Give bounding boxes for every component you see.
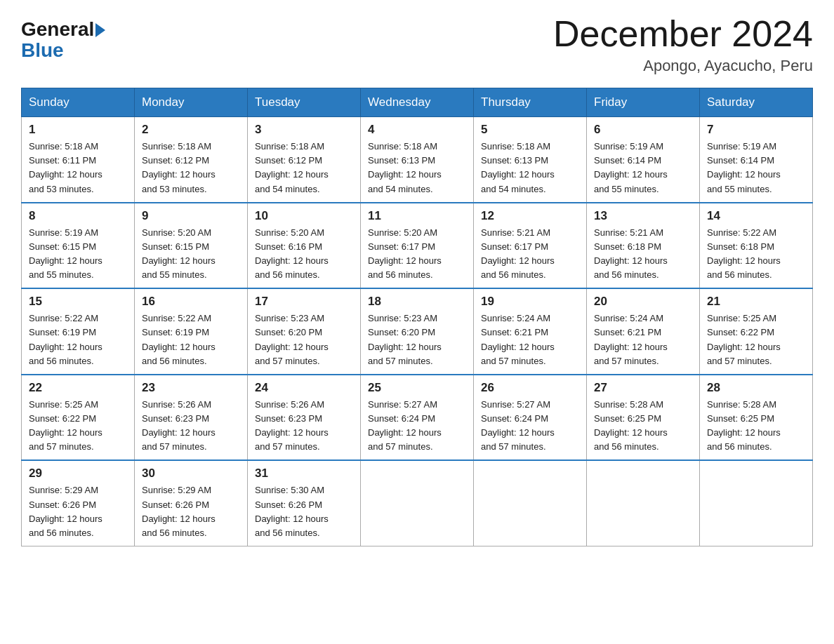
calendar-cell: 16Sunrise: 5:22 AMSunset: 6:19 PMDayligh… <box>135 288 248 375</box>
calendar-cell: 9Sunrise: 5:20 AMSunset: 6:15 PMDaylight… <box>135 203 248 289</box>
day-number: 23 <box>142 381 240 395</box>
day-info: Sunrise: 5:18 AMSunset: 6:13 PMDaylight:… <box>368 140 466 196</box>
calendar-cell: 13Sunrise: 5:21 AMSunset: 6:18 PMDayligh… <box>587 203 700 289</box>
location: Apongo, Ayacucho, Peru <box>553 57 813 75</box>
day-number: 28 <box>707 381 805 395</box>
day-info: Sunrise: 5:25 AMSunset: 6:22 PMDaylight:… <box>707 311 805 368</box>
calendar-cell: 2Sunrise: 5:18 AMSunset: 6:12 PMDaylight… <box>135 117 248 203</box>
day-number: 26 <box>481 381 579 395</box>
calendar-table: SundayMondayTuesdayWednesdayThursdayFrid… <box>21 88 813 546</box>
day-number: 12 <box>481 209 579 223</box>
day-info: Sunrise: 5:19 AMSunset: 6:14 PMDaylight:… <box>707 140 805 196</box>
day-number: 15 <box>29 295 127 309</box>
day-number: 9 <box>142 209 240 223</box>
calendar-cell: 30Sunrise: 5:29 AMSunset: 6:26 PMDayligh… <box>135 460 248 546</box>
day-number: 14 <box>707 209 805 223</box>
day-number: 2 <box>142 123 240 137</box>
day-number: 8 <box>29 209 127 223</box>
day-header-friday: Friday <box>587 88 700 117</box>
day-info: Sunrise: 5:24 AMSunset: 6:21 PMDaylight:… <box>481 311 579 368</box>
calendar-cell: 20Sunrise: 5:24 AMSunset: 6:21 PMDayligh… <box>587 288 700 375</box>
calendar-cell: 29Sunrise: 5:29 AMSunset: 6:26 PMDayligh… <box>22 460 135 546</box>
day-number: 20 <box>594 295 692 309</box>
calendar-cell <box>361 460 474 546</box>
day-info: Sunrise: 5:27 AMSunset: 6:24 PMDaylight:… <box>368 398 466 455</box>
day-info: Sunrise: 5:28 AMSunset: 6:25 PMDaylight:… <box>594 398 692 455</box>
calendar-cell: 24Sunrise: 5:26 AMSunset: 6:23 PMDayligh… <box>248 375 361 461</box>
calendar-cell: 27Sunrise: 5:28 AMSunset: 6:25 PMDayligh… <box>587 375 700 461</box>
day-info: Sunrise: 5:26 AMSunset: 6:23 PMDaylight:… <box>142 398 240 455</box>
day-info: Sunrise: 5:27 AMSunset: 6:24 PMDaylight:… <box>481 398 579 455</box>
calendar-cell: 22Sunrise: 5:25 AMSunset: 6:22 PMDayligh… <box>22 375 135 461</box>
calendar-cell <box>474 460 587 546</box>
calendar-cell: 28Sunrise: 5:28 AMSunset: 6:25 PMDayligh… <box>700 375 813 461</box>
day-info: Sunrise: 5:20 AMSunset: 6:16 PMDaylight:… <box>255 226 353 283</box>
day-info: Sunrise: 5:29 AMSunset: 6:26 PMDaylight:… <box>142 483 240 540</box>
calendar-cell: 7Sunrise: 5:19 AMSunset: 6:14 PMDaylight… <box>700 117 813 203</box>
calendar-cell: 6Sunrise: 5:19 AMSunset: 6:14 PMDaylight… <box>587 117 700 203</box>
logo: General Blue <box>21 20 105 62</box>
day-info: Sunrise: 5:30 AMSunset: 6:26 PMDaylight:… <box>255 483 353 540</box>
day-header-monday: Monday <box>135 88 248 117</box>
day-number: 11 <box>368 209 466 223</box>
day-info: Sunrise: 5:26 AMSunset: 6:23 PMDaylight:… <box>255 398 353 455</box>
calendar-cell: 8Sunrise: 5:19 AMSunset: 6:15 PMDaylight… <box>22 203 135 289</box>
page-header: General Blue December 2024 Apongo, Ayacu… <box>21 14 813 75</box>
calendar-cell: 18Sunrise: 5:23 AMSunset: 6:20 PMDayligh… <box>361 288 474 375</box>
day-number: 3 <box>255 123 353 137</box>
day-number: 13 <box>594 209 692 223</box>
day-info: Sunrise: 5:20 AMSunset: 6:17 PMDaylight:… <box>368 226 466 283</box>
day-number: 30 <box>142 467 240 481</box>
day-info: Sunrise: 5:19 AMSunset: 6:15 PMDaylight:… <box>29 226 127 283</box>
day-info: Sunrise: 5:23 AMSunset: 6:20 PMDaylight:… <box>368 311 466 368</box>
calendar-cell: 17Sunrise: 5:23 AMSunset: 6:20 PMDayligh… <box>248 288 361 375</box>
day-header-sunday: Sunday <box>22 88 135 117</box>
day-header-tuesday: Tuesday <box>248 88 361 117</box>
day-info: Sunrise: 5:22 AMSunset: 6:19 PMDaylight:… <box>29 311 127 368</box>
calendar-cell <box>700 460 813 546</box>
day-info: Sunrise: 5:21 AMSunset: 6:18 PMDaylight:… <box>594 226 692 283</box>
day-info: Sunrise: 5:22 AMSunset: 6:19 PMDaylight:… <box>142 311 240 368</box>
calendar-cell: 4Sunrise: 5:18 AMSunset: 6:13 PMDaylight… <box>361 117 474 203</box>
day-number: 29 <box>29 467 127 481</box>
day-info: Sunrise: 5:28 AMSunset: 6:25 PMDaylight:… <box>707 398 805 455</box>
day-number: 5 <box>481 123 579 137</box>
day-number: 25 <box>368 381 466 395</box>
day-header-saturday: Saturday <box>700 88 813 117</box>
day-number: 22 <box>29 381 127 395</box>
day-number: 31 <box>255 467 353 481</box>
day-info: Sunrise: 5:24 AMSunset: 6:21 PMDaylight:… <box>594 311 692 368</box>
calendar-cell: 31Sunrise: 5:30 AMSunset: 6:26 PMDayligh… <box>248 460 361 546</box>
day-info: Sunrise: 5:29 AMSunset: 6:26 PMDaylight:… <box>29 483 127 540</box>
day-number: 18 <box>368 295 466 309</box>
calendar-cell: 1Sunrise: 5:18 AMSunset: 6:11 PMDaylight… <box>22 117 135 203</box>
calendar-cell: 3Sunrise: 5:18 AMSunset: 6:12 PMDaylight… <box>248 117 361 203</box>
logo-general: General <box>21 20 94 39</box>
day-info: Sunrise: 5:18 AMSunset: 6:11 PMDaylight:… <box>29 140 127 196</box>
day-info: Sunrise: 5:25 AMSunset: 6:22 PMDaylight:… <box>29 398 127 455</box>
calendar-cell: 26Sunrise: 5:27 AMSunset: 6:24 PMDayligh… <box>474 375 587 461</box>
calendar-cell: 12Sunrise: 5:21 AMSunset: 6:17 PMDayligh… <box>474 203 587 289</box>
logo-arrow-icon <box>95 23 105 37</box>
day-number: 27 <box>594 381 692 395</box>
day-number: 7 <box>707 123 805 137</box>
calendar-cell: 15Sunrise: 5:22 AMSunset: 6:19 PMDayligh… <box>22 288 135 375</box>
day-number: 16 <box>142 295 240 309</box>
day-number: 10 <box>255 209 353 223</box>
calendar-cell: 25Sunrise: 5:27 AMSunset: 6:24 PMDayligh… <box>361 375 474 461</box>
day-info: Sunrise: 5:22 AMSunset: 6:18 PMDaylight:… <box>707 226 805 283</box>
day-info: Sunrise: 5:18 AMSunset: 6:12 PMDaylight:… <box>142 140 240 196</box>
day-info: Sunrise: 5:20 AMSunset: 6:15 PMDaylight:… <box>142 226 240 283</box>
title-section: December 2024 Apongo, Ayacucho, Peru <box>553 14 813 75</box>
day-number: 6 <box>594 123 692 137</box>
day-number: 17 <box>255 295 353 309</box>
day-number: 21 <box>707 295 805 309</box>
day-number: 4 <box>368 123 466 137</box>
calendar-cell: 11Sunrise: 5:20 AMSunset: 6:17 PMDayligh… <box>361 203 474 289</box>
day-header-wednesday: Wednesday <box>361 88 474 117</box>
calendar-cell: 23Sunrise: 5:26 AMSunset: 6:23 PMDayligh… <box>135 375 248 461</box>
day-number: 1 <box>29 123 127 137</box>
logo-blue: Blue <box>21 39 64 62</box>
day-info: Sunrise: 5:21 AMSunset: 6:17 PMDaylight:… <box>481 226 579 283</box>
month-title: December 2024 <box>553 14 813 54</box>
